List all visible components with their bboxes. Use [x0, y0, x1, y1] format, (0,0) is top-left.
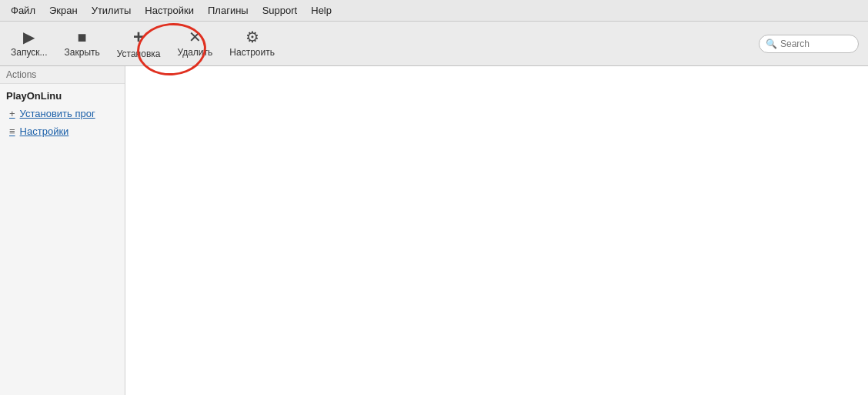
- install-button[interactable]: + Установка: [109, 25, 169, 63]
- plus-icon: +: [133, 28, 144, 46]
- search-icon: 🔍: [766, 38, 777, 49]
- install-program-label: Установить прог: [20, 108, 95, 119]
- actions-label: Actions: [0, 66, 125, 84]
- delete-button[interactable]: ✕ Удалить: [169, 25, 220, 63]
- delete-label: Удалить: [177, 47, 212, 58]
- menu-help[interactable]: Help: [305, 3, 338, 18]
- gear-icon: ⚙: [245, 29, 259, 45]
- sidebar-section-title: PlayOnLinu: [0, 84, 125, 105]
- main-layout: Actions PlayOnLinu + Установить прог ≡ Н…: [0, 66, 868, 395]
- search-input[interactable]: [780, 38, 850, 49]
- play-icon: ▶: [23, 29, 35, 45]
- content-area: [125, 66, 868, 395]
- install-program-link[interactable]: + Установить прог: [0, 105, 125, 122]
- menu-screen[interactable]: Экран: [43, 3, 84, 18]
- menu-plugins[interactable]: Плагины: [202, 3, 255, 18]
- settings-link-label: Настройки: [20, 126, 69, 137]
- menu-support[interactable]: Support: [256, 3, 304, 18]
- install-label: Установка: [117, 49, 161, 59]
- install-program-icon: +: [9, 108, 15, 119]
- cross-icon: ✕: [189, 29, 202, 45]
- menu-utils[interactable]: Утилиты: [85, 3, 138, 18]
- close-label: Закрыть: [65, 47, 100, 58]
- stop-icon: ■: [78, 29, 87, 45]
- run-label: Запуск...: [11, 47, 48, 58]
- menu-file[interactable]: Файл: [5, 3, 42, 18]
- run-button[interactable]: ▶ Запуск...: [3, 25, 55, 63]
- menu-settings[interactable]: Настройки: [139, 3, 200, 18]
- search-box[interactable]: 🔍: [759, 35, 859, 53]
- toolbar: ▶ Запуск... ■ Закрыть + Установка ✕ Удал…: [0, 22, 868, 66]
- close-button[interactable]: ■ Закрыть: [57, 25, 108, 63]
- menubar: Файл Экран Утилиты Настройки Плагины Sup…: [0, 0, 868, 22]
- settings-link-icon: ≡: [9, 126, 15, 137]
- configure-label: Настроить: [229, 47, 275, 58]
- sidebar: Actions PlayOnLinu + Установить прог ≡ Н…: [0, 66, 125, 395]
- settings-link[interactable]: ≡ Настройки: [0, 122, 125, 140]
- configure-button[interactable]: ⚙ Настроить: [222, 25, 282, 63]
